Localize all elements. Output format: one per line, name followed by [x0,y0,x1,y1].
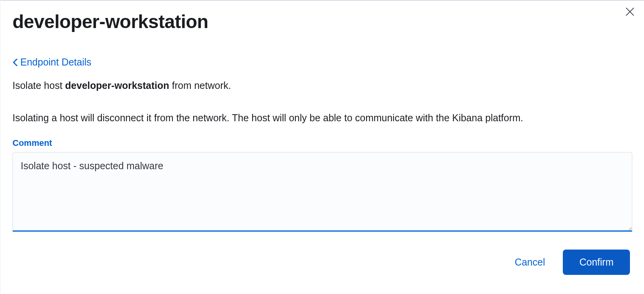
comment-label: Comment [12,138,632,148]
isolate-sentence: Isolate host developer-workstation from … [12,79,632,92]
sentence-prefix: Isolate host [12,80,65,91]
back-link-endpoint-details[interactable]: Endpoint Details [12,57,91,68]
sentence-suffix: from network. [169,80,231,91]
close-icon[interactable] [624,6,635,17]
back-link-label: Endpoint Details [20,57,91,68]
isolate-description: Isolating a host will disconnect it from… [12,111,632,125]
confirm-button[interactable]: Confirm [563,250,630,275]
comment-textarea[interactable] [12,152,632,232]
page-title: developer-workstation [12,11,632,32]
chevron-left-icon [12,58,18,67]
cancel-button[interactable]: Cancel [506,251,554,273]
hostname: developer-workstation [65,80,169,91]
